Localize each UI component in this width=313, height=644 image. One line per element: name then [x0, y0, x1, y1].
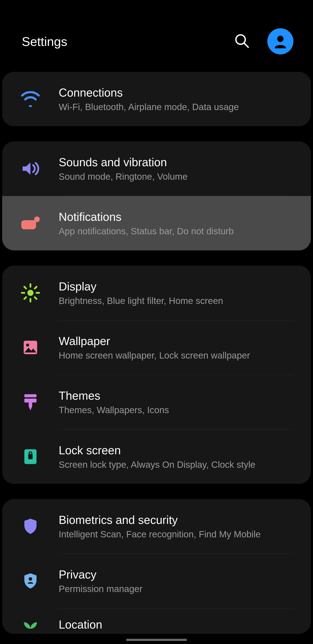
settings-groups: Connections Wi-Fi, Bluetooth, Airplane m… — [0, 68, 313, 634]
settings-item-wallpaper[interactable]: Wallpaper Home screen wallpaper, Lock sc… — [2, 320, 311, 375]
item-text: Themes Themes, Wallpapers, Icons — [59, 389, 311, 415]
item-title: Connections — [59, 86, 302, 99]
item-title: Lock screen — [59, 444, 302, 457]
settings-group: Sounds and vibration Sound mode, Rington… — [2, 142, 311, 250]
svg-line-10 — [24, 287, 26, 288]
volume-icon — [2, 161, 59, 176]
settings-item-biometrics[interactable]: Biometrics and security Intelligent Scan… — [2, 499, 311, 554]
svg-line-12 — [24, 297, 26, 299]
item-subtitle: Permission manager — [59, 584, 302, 594]
svg-point-2 — [277, 36, 284, 42]
notification-icon — [2, 216, 59, 230]
settings-item-connections[interactable]: Connections Wi-Fi, Bluetooth, Airplane m… — [2, 72, 311, 126]
item-title: Notifications — [59, 210, 302, 224]
item-text: Connections Wi-Fi, Bluetooth, Airplane m… — [59, 86, 311, 112]
item-text: Wallpaper Home screen wallpaper, Lock sc… — [59, 334, 311, 361]
page-title: Settings — [22, 34, 234, 49]
paint-icon — [2, 393, 59, 411]
header-actions — [234, 28, 300, 54]
svg-rect-3 — [21, 220, 36, 229]
shield-icon — [2, 518, 59, 535]
item-title: Sounds and vibration — [59, 156, 302, 169]
settings-item-notifications[interactable]: Notifications App notifications, Status … — [2, 196, 311, 250]
svg-rect-17 — [24, 398, 36, 402]
svg-line-13 — [35, 287, 36, 288]
header: Settings — [0, 0, 313, 68]
settings-item-display[interactable]: Display Brightness, Blue light filter, H… — [2, 266, 311, 320]
item-title: Wallpaper — [59, 334, 302, 348]
search-button[interactable] — [234, 33, 250, 50]
svg-point-20 — [29, 577, 32, 581]
settings-item-themes[interactable]: Themes Themes, Wallpapers, Icons — [2, 375, 311, 429]
settings-item-sounds[interactable]: Sounds and vibration Sound mode, Rington… — [2, 142, 311, 196]
svg-line-1 — [244, 43, 249, 48]
home-indicator[interactable] — [126, 639, 187, 641]
item-subtitle: Themes, Wallpapers, Icons — [59, 405, 302, 415]
item-title: Location — [59, 618, 302, 631]
search-icon — [234, 33, 250, 49]
svg-rect-16 — [24, 394, 36, 397]
profile-button[interactable] — [267, 28, 294, 54]
item-subtitle: Sound mode, Ringtone, Volume — [59, 172, 302, 182]
item-text: Biometrics and security Intelligent Scan… — [59, 513, 311, 540]
item-text: Lock screen Screen lock type, Always On … — [59, 444, 311, 470]
item-title: Biometrics and security — [59, 513, 302, 526]
settings-group: Display Brightness, Blue light filter, H… — [2, 266, 311, 484]
svg-line-11 — [35, 297, 36, 299]
item-subtitle: Intelligent Scan, Face recognition, Find… — [59, 529, 302, 540]
svg-point-21 — [28, 620, 33, 625]
location-icon — [2, 620, 59, 629]
settings-item-location[interactable]: Location — [2, 608, 311, 634]
svg-point-5 — [27, 290, 33, 296]
item-title: Privacy — [59, 568, 302, 581]
shield-person-icon — [2, 572, 59, 590]
settings-screen: Settings — [0, 0, 313, 644]
item-subtitle: Home screen wallpaper, Lock screen wallp… — [59, 350, 302, 361]
item-subtitle: Screen lock type, Always On Display, Clo… — [59, 460, 302, 470]
svg-rect-19 — [28, 454, 33, 459]
svg-point-0 — [236, 35, 245, 44]
item-title: Display — [59, 280, 302, 293]
svg-point-15 — [26, 344, 29, 346]
item-subtitle: App notifications, Status bar, Do not di… — [59, 226, 302, 236]
svg-point-4 — [34, 216, 40, 222]
settings-item-lockscreen[interactable]: Lock screen Screen lock type, Always On … — [2, 430, 311, 484]
brightness-icon — [2, 283, 59, 303]
item-text: Display Brightness, Blue light filter, H… — [59, 280, 311, 306]
item-text: Privacy Permission manager — [59, 568, 311, 594]
item-title: Themes — [59, 389, 302, 402]
settings-item-privacy[interactable]: Privacy Permission manager — [2, 554, 311, 608]
lock-icon — [2, 448, 59, 465]
item-text: Notifications App notifications, Status … — [59, 210, 311, 236]
settings-group: Connections Wi-Fi, Bluetooth, Airplane m… — [2, 72, 311, 126]
settings-group: Biometrics and security Intelligent Scan… — [2, 499, 311, 634]
wifi-icon — [2, 91, 59, 107]
item-text: Sounds and vibration Sound mode, Rington… — [59, 156, 311, 182]
item-subtitle: Wi-Fi, Bluetooth, Airplane mode, Data us… — [59, 102, 302, 112]
item-subtitle: Brightness, Blue light filter, Home scre… — [59, 296, 302, 306]
person-icon — [273, 34, 288, 49]
image-icon — [2, 340, 59, 355]
item-text: Location — [59, 618, 311, 634]
